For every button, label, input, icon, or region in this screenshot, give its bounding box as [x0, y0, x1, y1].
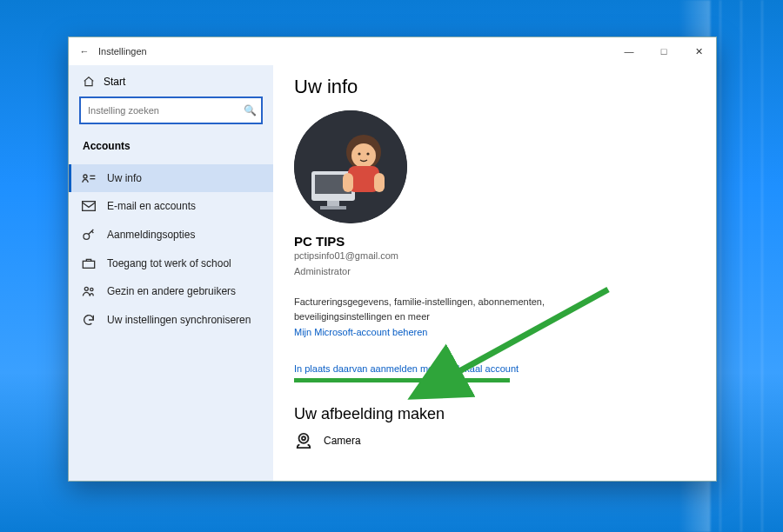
close-icon: ✕ [695, 46, 703, 57]
svg-rect-11 [327, 201, 339, 206]
search-icon: 🔍 [238, 104, 261, 116]
manage-microsoft-account-link[interactable]: Mijn Microsoft-account beheren [294, 327, 427, 337]
svg-rect-17 [374, 173, 385, 192]
close-button[interactable]: ✕ [681, 37, 716, 65]
sidebar-item-email-accounts[interactable]: E-mail en accounts [69, 192, 273, 220]
sidebar-item-label: Uw instellingen synchroniseren [107, 314, 251, 326]
sidebar-item-work-school[interactable]: Toegang tot werk of school [69, 249, 273, 277]
sign-in-local-account-link[interactable]: In plaats daarvan aanmelden met een loka… [294, 363, 519, 374]
camera-icon [294, 432, 313, 449]
svg-point-19 [366, 152, 369, 155]
svg-point-14 [351, 143, 376, 168]
svg-rect-3 [83, 202, 96, 211]
sidebar-item-label: Toegang tot werk of school [107, 257, 231, 269]
people-icon [81, 285, 97, 297]
camera-label: Camera [324, 435, 361, 447]
svg-point-8 [294, 110, 407, 223]
annotation-highlight [294, 378, 510, 382]
camera-option[interactable]: Camera [294, 432, 695, 449]
account-email: pctipsinfo01@gmail.com [294, 249, 695, 264]
account-role: Administrator [294, 264, 695, 280]
desktop-background: ← Instellingen — □ ✕ [0, 0, 783, 532]
key-icon [81, 228, 97, 242]
sidebar-item-sync[interactable]: Uw instellingen synchroniseren [69, 305, 273, 335]
home-icon [83, 76, 95, 88]
svg-rect-5 [83, 261, 94, 268]
window-title: Instellingen [98, 46, 147, 57]
search-field[interactable] [81, 105, 238, 116]
minimize-icon: — [625, 46, 634, 57]
main-panel: Uw info [273, 65, 716, 481]
svg-rect-16 [343, 173, 353, 192]
svg-point-18 [358, 152, 360, 155]
svg-point-20 [299, 434, 309, 443]
home-label: Start [104, 76, 125, 88]
briefcase-icon [81, 257, 97, 269]
sidebar-item-label: Uw info [107, 172, 142, 184]
back-icon[interactable]: ← [77, 46, 91, 57]
sidebar-item-family[interactable]: Gezin en andere gebruikers [69, 277, 273, 305]
minimize-button[interactable]: — [612, 37, 646, 65]
titlebar: ← Instellingen — □ ✕ [69, 37, 716, 65]
person-card-icon [81, 173, 97, 183]
avatar [294, 110, 407, 223]
maximize-icon: □ [661, 46, 667, 57]
picture-section-heading: Uw afbeelding maken [294, 405, 695, 423]
sidebar-item-label: Gezin en andere gebruikers [107, 285, 236, 297]
sidebar: Start 🔍 Accounts [69, 65, 273, 481]
svg-point-4 [84, 234, 90, 240]
svg-point-7 [90, 288, 93, 290]
settings-window: ← Instellingen — □ ✕ [68, 37, 717, 482]
billing-description: Factureringsgegevens, familie-instelling… [294, 295, 572, 323]
sidebar-item-label: E-mail en accounts [107, 200, 196, 212]
category-heading: Accounts [69, 136, 273, 164]
account-username: PC TIPS [294, 234, 695, 249]
maximize-button[interactable]: □ [646, 37, 681, 65]
home-button[interactable]: Start [69, 65, 273, 96]
svg-point-21 [302, 436, 305, 440]
svg-point-0 [84, 175, 87, 178]
sidebar-item-signin-options[interactable]: Aanmeldingsopties [69, 220, 273, 249]
svg-point-6 [84, 287, 88, 290]
sidebar-item-your-info[interactable]: Uw info [69, 164, 273, 192]
svg-rect-12 [320, 206, 346, 209]
sidebar-item-label: Aanmeldingsopties [107, 229, 195, 241]
avatar-illustration [294, 110, 407, 223]
sync-icon [81, 313, 97, 327]
mail-icon [81, 201, 97, 211]
search-input[interactable]: 🔍 [79, 96, 263, 124]
page-title: Uw info [294, 76, 695, 98]
